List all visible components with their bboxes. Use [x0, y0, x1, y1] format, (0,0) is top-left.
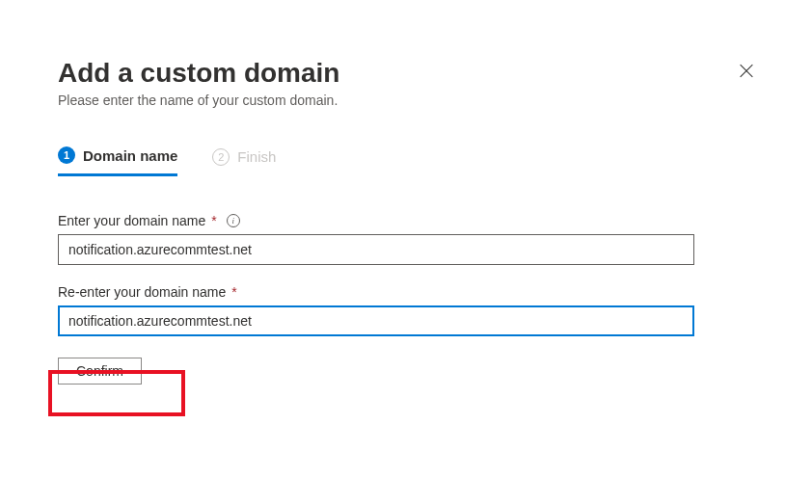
step-number-badge: 2 — [212, 148, 230, 166]
step-finish: 2 Finish — [212, 146, 276, 176]
step-label: Domain name — [83, 147, 177, 164]
wizard-steps: 1 Domain name 2 Finish — [58, 146, 754, 176]
confirm-button[interactable]: Confirm — [58, 358, 142, 385]
domain-name-input[interactable] — [58, 234, 694, 265]
reenter-domain-input[interactable] — [58, 305, 694, 336]
close-icon[interactable] — [739, 64, 754, 79]
step-label: Finish — [237, 148, 276, 165]
page-subtitle: Please enter the name of your custom dom… — [58, 93, 339, 108]
required-indicator: * — [211, 213, 216, 228]
step-domain-name[interactable]: 1 Domain name — [58, 146, 177, 176]
page-title: Add a custom domain — [58, 58, 339, 89]
info-icon[interactable]: i — [227, 214, 240, 227]
domain-name-label: Enter your domain name * i — [58, 213, 754, 228]
step-number-badge: 1 — [58, 146, 75, 164]
required-indicator: * — [231, 284, 236, 300]
reenter-domain-label: Re-enter your domain name * — [58, 284, 754, 300]
